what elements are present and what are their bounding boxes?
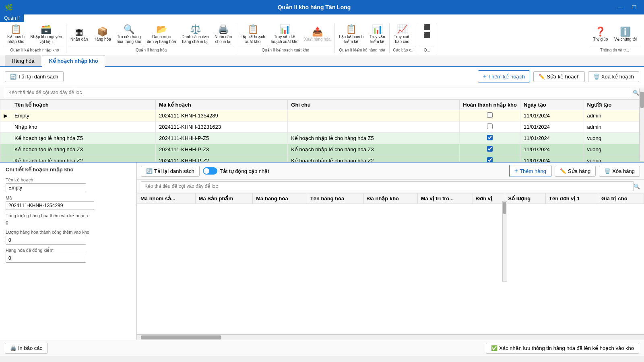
tab-hang-hoa[interactable]: Hàng hóa bbox=[5, 55, 41, 66]
upper-table-scroll[interactable]: Tên kế hoạch Mã kế hoạch Ghi chú Hoàn th… bbox=[0, 99, 644, 162]
h-scrollbar[interactable] bbox=[137, 334, 644, 340]
ghi-chu-cell: Kế hoạch nhập lẻ cho hàng hóa Z3 bbox=[288, 144, 460, 155]
add-hang-button[interactable]: + Thêm hàng bbox=[509, 165, 551, 177]
edit-ke-hoach-button[interactable]: ✏️ Sửa kế hoạch bbox=[533, 71, 585, 82]
table-row[interactable]: Kế hoạch tạo lẻ hàng hóa Z3 2024111-KHHH… bbox=[0, 144, 644, 155]
col-so-luong[interactable]: Số lượng bbox=[505, 193, 545, 204]
col-ten-hh[interactable]: Tên hàng hóa bbox=[307, 193, 364, 204]
ribbon-group-nhap-kho: 📋 Kế hoạchnhập kho 🗃️ Nhập kho nguyênvật… bbox=[3, 23, 66, 53]
ke-hoach-label: Kế hoạchnhập kho bbox=[7, 35, 25, 44]
ribbon-btn-q1[interactable]: ⬛ bbox=[420, 23, 434, 31]
expand-cell bbox=[0, 121, 11, 133]
nhap-kho-label: Nhập kho nguyênvật liệu bbox=[30, 35, 62, 44]
delete-hang-button[interactable]: 🗑️ Xóa hàng bbox=[599, 166, 640, 177]
expand-cell bbox=[0, 155, 11, 162]
toggle-track[interactable] bbox=[203, 167, 217, 175]
col-hoan-thanh[interactable]: Hoàn thành nhập kho bbox=[460, 100, 520, 110]
tra-cuu-icon: 🔍 bbox=[124, 25, 134, 34]
ribbon-btn-q2[interactable]: ⬛ bbox=[420, 31, 434, 39]
ribbon-btn-ke-hoach-nhap-kho[interactable]: 📋 Kế hoạchnhập kho bbox=[5, 23, 27, 46]
ribbon-btn-nhan-dan-in[interactable]: 🖨️ Nhãn dáncho in lại bbox=[212, 23, 234, 46]
ten-ke-hoach-input[interactable] bbox=[6, 183, 86, 192]
ribbon-btn-tra-cuu[interactable]: 🔍 Tra cứu hànghóa trong kho bbox=[114, 23, 144, 46]
right-search-input[interactable] bbox=[141, 181, 634, 191]
hang-hoa-dk-input[interactable] bbox=[6, 254, 86, 263]
add-ke-hoach-button[interactable]: + Thêm kế hoạch bbox=[478, 70, 530, 82]
toggle-switch[interactable]: Tắt tự động cập nhật bbox=[203, 167, 269, 175]
tab-ke-hoach-nhap-kho[interactable]: Kế hoạch nhập kho bbox=[42, 55, 105, 67]
nhan-dan-in-label: Nhãn dáncho in lại bbox=[215, 35, 232, 44]
col-ma-vi-tri[interactable]: Mã vị trí tro... bbox=[417, 193, 473, 204]
nguoi-tao-cell: vuong bbox=[584, 133, 644, 144]
hoan-thanh-cell[interactable] bbox=[460, 110, 520, 121]
danh-sach-icon: ⚖️ bbox=[190, 25, 201, 34]
table-row[interactable]: Kế hoạch tạo lẻ hàng hóa Z2 2024111-KHHH… bbox=[0, 155, 644, 162]
col-nguoi-tao[interactable]: Người tạo bbox=[584, 100, 644, 110]
ribbon-group-thong-tin: ❓ Trợ giúp ℹ️ Về chúng tôi Thông tin và … bbox=[588, 23, 641, 53]
window-controls: — ☐ bbox=[615, 3, 639, 11]
hoan-thanh-cell[interactable] bbox=[460, 133, 520, 144]
ribbon-btn-tro-giup[interactable]: ❓ Trợ giúp bbox=[590, 23, 611, 46]
ribbon-btn-lap-ke-hoach-kiem[interactable]: 📋 Lập kế hoạchkiểm kê bbox=[336, 23, 366, 46]
maximize-button[interactable]: ☐ bbox=[629, 3, 639, 11]
ribbon-btn-nhan-dan[interactable]: ▦ Nhãn dán bbox=[68, 23, 90, 46]
ribbon-btn-danh-sach-don[interactable]: ⚖️ Danh sách đơnhàng chờ in lại bbox=[179, 23, 211, 46]
right-search-icon: 🔍 bbox=[634, 183, 640, 189]
detail-table-container[interactable]: Mã nhóm sả... Mã Sản phẩm Mã hàng hóa Tê… bbox=[137, 193, 644, 334]
lap-kh-xuat-icon: 📋 bbox=[248, 25, 258, 34]
col-ten[interactable]: Tên kế hoạch bbox=[11, 100, 156, 110]
hoan-thanh-cell[interactable] bbox=[460, 144, 520, 155]
ribbon-group-kiem-ke: 📋 Lập kế hoạchkiểm kê 📊 Truy vấnkiểm kê … bbox=[335, 23, 390, 53]
col-ten-dv1[interactable]: Tên đơn vị 1 bbox=[545, 193, 598, 204]
detail-panel: Chi tiết kế hoạch nhập kho Tên kế hoạch … bbox=[0, 162, 137, 340]
nhan-dan-icon: ▦ bbox=[75, 27, 83, 36]
danh-muc-label: Danh mụcđơn vị hàng hóa bbox=[147, 35, 176, 44]
hoan-thanh-cell[interactable] bbox=[460, 155, 520, 162]
ribbon-group-label-bao-cao: Các báo c... bbox=[391, 47, 416, 53]
table-row[interactable]: Kế hoạch tạo lẻ hàng hóa Z5 2024111-KHHH… bbox=[0, 133, 644, 144]
expand-cell bbox=[0, 133, 11, 144]
ngay-tao-cell: 11/01/2024 bbox=[520, 121, 584, 133]
col-ma-sp[interactable]: Mã Sản phẩm bbox=[195, 193, 253, 204]
ribbon-group-label-kiem-ke: Quản lí kiểm kê hàng hóa bbox=[336, 47, 388, 53]
confirm-button[interactable]: ✅ Xác nhận lưu thông tin hàng hóa đã lên… bbox=[486, 343, 639, 354]
ribbon-btn-lap-ke-hoach-xuat[interactable]: 📋 Lập kế hoạchxuất kho bbox=[238, 23, 267, 46]
ribbon-btn-ve-chung-toi[interactable]: ℹ️ Về chúng tôi bbox=[612, 23, 639, 46]
col-gia-tri[interactable]: Giá trị cho bbox=[598, 193, 644, 204]
luong-tc-input[interactable] bbox=[6, 236, 86, 245]
col-ngay-tao[interactable]: Ngày tạo bbox=[520, 100, 584, 110]
ngay-tao-cell: 11/01/2024 bbox=[520, 144, 584, 155]
right-refresh-button[interactable]: 🔄 Tải lại danh sách bbox=[141, 166, 200, 177]
table-row[interactable]: Nhập kho 2024111-KHNH-13231623 11/01/202… bbox=[0, 121, 644, 133]
right-refresh-label: Tải lại danh sách bbox=[154, 168, 194, 174]
ribbon-btn-truy-van-xuat[interactable]: 📊 Truy vấn kếhoạch xuất kho bbox=[268, 23, 301, 46]
ribbon-btn-truy-van-kiem[interactable]: 📊 Truy vấnkiểm kê bbox=[367, 23, 388, 46]
ribbon-btn-truy-xuat-bao-cao[interactable]: 📈 Truy xuấtbáo cáo bbox=[391, 23, 413, 46]
ribbon-group-hang-hoa: ▦ Nhãn dán 📦 Hàng hóa 🔍 Tra cứu hànghóa … bbox=[66, 23, 236, 53]
col-ma-nhom[interactable]: Mã nhóm sả... bbox=[137, 193, 196, 204]
ribbon-btn-xuat-hang[interactable]: 📤 Xuất hàng hóa bbox=[301, 23, 333, 46]
col-da-nhap[interactable]: Đã nhập kho bbox=[364, 193, 418, 204]
print-button[interactable]: 🖨️ In báo cáo bbox=[5, 343, 48, 354]
tro-giup-label: Trợ giúp bbox=[593, 37, 608, 42]
col-ma-hh[interactable]: Mã hàng hóa bbox=[253, 193, 307, 204]
ngay-tao-cell: 11/01/2024 bbox=[520, 110, 584, 121]
ma-input[interactable] bbox=[6, 201, 94, 210]
lower-panel: Chi tiết kế hoạch nhập kho Tên kế hoạch … bbox=[0, 162, 644, 340]
upper-search-input[interactable] bbox=[5, 88, 631, 97]
delete-ke-hoach-button[interactable]: 🗑️ Xóa kế hoạch bbox=[588, 71, 639, 82]
hoan-thanh-cell[interactable] bbox=[460, 121, 520, 133]
nhan-dan-in-icon: 🖨️ bbox=[218, 25, 229, 34]
ribbon-btn-hang-hoa[interactable]: 📦 Hàng hóa bbox=[91, 23, 113, 46]
col-don-vi[interactable]: Đơn vị bbox=[473, 193, 505, 204]
hang-hoa-icon: 📦 bbox=[97, 27, 108, 36]
ribbon-btn-nhap-kho-nvl[interactable]: 🗃️ Nhập kho nguyênvật liệu bbox=[28, 23, 64, 46]
col-ghi-chu[interactable]: Ghi chú bbox=[288, 100, 460, 110]
minimize-button[interactable]: — bbox=[615, 3, 626, 11]
col-ma[interactable]: Mã kế hoạch bbox=[156, 100, 288, 110]
table-row[interactable]: ▶ Empty 2024111-KHNH-1354289 11/01/2024 … bbox=[0, 110, 644, 121]
ribbon-btn-danh-muc[interactable]: 📂 Danh mụcđơn vị hàng hóa bbox=[144, 23, 178, 46]
edit-hang-button[interactable]: ✏️ Sửa hàng bbox=[555, 166, 596, 177]
refresh-button[interactable]: 🔄 Tải lại danh sách bbox=[5, 71, 64, 82]
field-ma: Mã bbox=[6, 195, 131, 210]
